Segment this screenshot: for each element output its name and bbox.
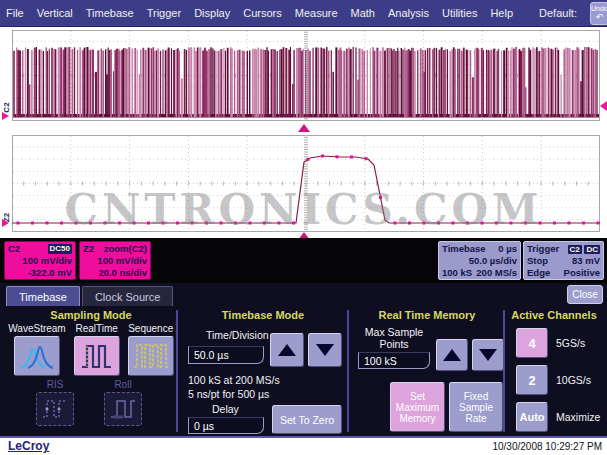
close-button[interactable]: Close	[567, 285, 603, 304]
roll-icon	[109, 397, 137, 421]
sequence-button[interactable]	[128, 336, 174, 376]
z2-scale: 100 mV/div	[83, 255, 147, 267]
channels-4-rate-label: 5GS/s	[556, 337, 585, 349]
realtime-label: RealTime	[75, 323, 117, 334]
z2-zoom-trace	[12, 135, 600, 232]
arrow-up-icon	[443, 349, 461, 361]
section-divider	[347, 310, 349, 432]
timebase-rate: 200 MS/s	[476, 267, 517, 279]
c2-offset: -322.0 mV	[8, 267, 72, 279]
waveform-display-area: C2 Z2 CNTRONICS.COM	[0, 27, 607, 238]
grid-z2	[12, 135, 600, 232]
z2-timebase: 20.0 ns/div	[83, 267, 147, 279]
wavestream-button[interactable]	[14, 336, 60, 376]
section-divider	[176, 310, 178, 432]
c2-scale: 100 mV/div	[8, 255, 72, 267]
trigger-position-marker-top[interactable]	[298, 124, 310, 132]
trigger-coupling-badge: DC	[584, 245, 600, 254]
realtime-icon	[80, 341, 114, 371]
real-time-memory-title: Real Time Memory	[350, 309, 504, 321]
menu-item-utilities[interactable]: Utilities	[442, 7, 477, 19]
menu-item-timebase[interactable]: Timebase	[86, 7, 134, 19]
default-label: Default:	[539, 7, 577, 19]
channels-4-button[interactable]: 4	[516, 328, 548, 358]
trigger-descriptor[interactable]: Trigger C2 DC Stop 83 mV Edge Positive	[523, 241, 604, 280]
delay-input[interactable]: 0 µs	[188, 417, 264, 434]
menu-item-cursors[interactable]: Cursors	[243, 7, 282, 19]
ris-label: RIS	[47, 379, 64, 390]
real-time-memory-section: Real Time Memory Max Sample Points 100 k…	[350, 306, 504, 436]
menu-item-display[interactable]: Display	[194, 7, 230, 19]
ris-button[interactable]	[36, 392, 74, 426]
menu-bar: File Vertical Timebase Trigger Display C…	[0, 0, 607, 27]
timebase-descriptor[interactable]: Timebase 0 µs 50.0 µs/div 100 kS 200 MS/…	[438, 241, 521, 280]
time-division-decrease-button[interactable]	[308, 333, 342, 367]
trigger-source-badge: C2	[568, 245, 582, 254]
trigger-mode: Stop	[527, 255, 548, 267]
set-to-zero-button[interactable]: Set To Zero	[272, 405, 342, 434]
trigger-type: Edge	[527, 267, 550, 279]
arrow-down-icon	[479, 349, 497, 361]
wavestream-label: WaveStream	[8, 323, 65, 334]
active-channels-section: Active Channels 4 5GS/s 2 10GS/s Auto Ma…	[506, 306, 602, 436]
timebase-dialog: Timebase Clock Source Close Sampling Mod…	[0, 283, 607, 438]
z2-zero-marker[interactable]	[2, 219, 9, 227]
trigger-title: Trigger	[527, 243, 559, 255]
z2-name: Z2	[83, 243, 94, 255]
trigger-level-marker[interactable]	[600, 101, 607, 111]
roll-label: Roll	[114, 379, 131, 390]
grid-c2	[12, 30, 600, 121]
arrow-up-icon	[278, 344, 296, 356]
dialog-body: Sampling Mode WaveStream RealTime	[0, 306, 607, 436]
time-division-increase-button[interactable]	[270, 333, 304, 367]
c2-zero-marker[interactable]	[2, 112, 9, 120]
menu-item-math[interactable]: Math	[351, 7, 375, 19]
status-bar: LeCroy 10/30/2008 10:29:27 PM	[0, 438, 607, 455]
datetime-display: 10/30/2008 10:29:27 PM	[492, 441, 602, 452]
max-sample-points-input[interactable]: 100 kS	[358, 352, 430, 369]
tab-timebase[interactable]: Timebase	[6, 286, 80, 306]
lecroy-logo: LeCroy	[8, 439, 49, 453]
ris-icon	[41, 397, 69, 421]
max-sample-points-label: Max Sample Points	[358, 326, 430, 350]
time-division-label: Time/Division	[206, 329, 269, 341]
menu-item-trigger[interactable]: Trigger	[147, 7, 181, 19]
set-maximum-memory-button[interactable]: Set Maximum Memory	[390, 382, 445, 432]
timebase-mode-title: Timebase Mode	[180, 309, 346, 321]
max-sample-increase-button[interactable]	[436, 339, 468, 371]
c2-descriptor[interactable]: C2 DC50 100 mV/div -322.0 mV	[4, 241, 76, 280]
channels-2-button[interactable]: 2	[516, 365, 548, 395]
dialog-tab-row: Timebase Clock Source Close	[0, 283, 607, 306]
descriptor-row: C2 DC50 100 mV/div -322.0 mV Z2 zoom(C2)…	[0, 238, 607, 283]
undo-button[interactable]: Undo ↶	[590, 2, 607, 25]
channels-2-rate-label: 10GS/s	[556, 374, 591, 386]
timebase-scale: 50.0 µs/div	[442, 255, 517, 267]
sequence-label: Sequence	[128, 323, 173, 334]
fixed-sample-rate-button[interactable]: Fixed Sample Rate	[449, 382, 503, 432]
active-channels-title: Active Channels	[506, 309, 602, 321]
channels-auto-button[interactable]: Auto	[516, 402, 548, 432]
z2-descriptor[interactable]: Z2 zoom(C2) 100 mV/div 20.0 ns/div	[79, 241, 151, 280]
sampling-info-line2: 5 ns/pt for 500 µs	[188, 388, 269, 400]
sampling-info-line1: 100 kS at 200 MS/s	[188, 374, 280, 386]
realtime-button[interactable]	[74, 336, 120, 376]
menu-item-file[interactable]: File	[6, 7, 24, 19]
timebase-title: Timebase	[442, 243, 486, 255]
sequence-icon	[132, 341, 170, 371]
menu-item-vertical[interactable]: Vertical	[37, 7, 73, 19]
menu-item-help[interactable]: Help	[490, 7, 513, 19]
tab-clock-source[interactable]: Clock Source	[82, 286, 173, 306]
menu-item-measure[interactable]: Measure	[295, 7, 338, 19]
sampling-mode-title: Sampling Mode	[6, 309, 176, 321]
menu-item-analysis[interactable]: Analysis	[388, 7, 429, 19]
trigger-level: 83 mV	[572, 255, 600, 267]
channels-auto-label: Maximize	[556, 411, 600, 423]
sampling-mode-section: Sampling Mode WaveStream RealTime	[6, 306, 176, 436]
max-sample-decrease-button[interactable]	[472, 339, 504, 371]
roll-button[interactable]	[104, 392, 142, 426]
wavestream-icon	[18, 341, 56, 371]
time-division-input[interactable]: 50.0 µs	[188, 346, 264, 364]
arrow-down-icon	[316, 344, 334, 356]
timebase-mode-section: Timebase Mode Time/Division 50.0 µs 100 …	[180, 306, 346, 436]
c2-waveform-burst	[12, 30, 600, 121]
